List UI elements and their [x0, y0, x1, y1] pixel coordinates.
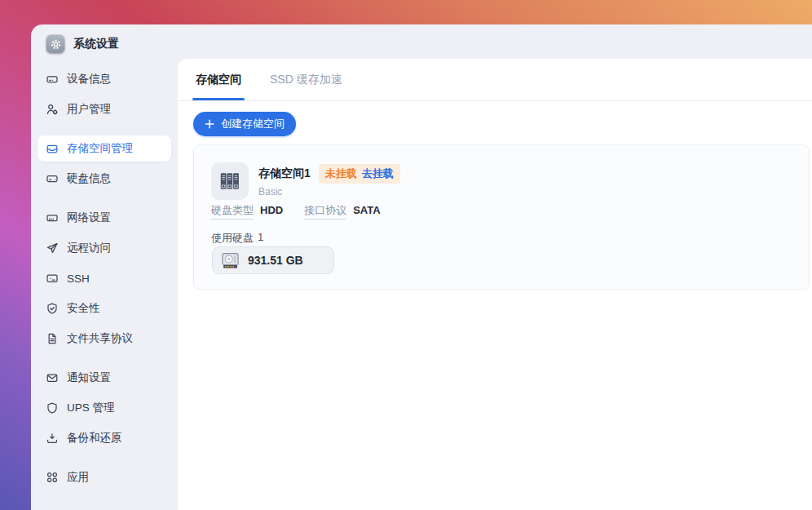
server-icon: [46, 73, 59, 86]
main-panel: 存储空间 SSD 缓存加速 创建存储空间: [178, 59, 812, 510]
sidebar: 系统设置 设备信息 用户管理: [31, 24, 178, 510]
spec-disk-type: 硬盘类型 HDD: [211, 203, 283, 220]
sidebar-item-disk-info[interactable]: 硬盘信息: [38, 166, 171, 192]
app-title: 系统设置: [73, 37, 119, 51]
storage-pool-card[interactable]: 存储空间1 未挂载 去挂载 Basic 硬盘类型 HDD 接口协议 SATA: [193, 144, 810, 290]
pool-specs: 硬盘类型 HDD 接口协议 SATA: [211, 203, 381, 220]
mount-status-badge: 未挂载 去挂载: [319, 164, 400, 184]
sidebar-item-apps[interactable]: 应用: [38, 464, 171, 490]
create-storage-button-label: 创建存储空间: [221, 117, 285, 131]
apps-grid-icon: [46, 471, 59, 484]
tab-bar: 存储空间 SSD 缓存加速: [178, 59, 812, 101]
sidebar-item-label: 远程访问: [67, 241, 111, 255]
download-tray-icon: [46, 432, 59, 445]
tab-label: 存储空间: [196, 73, 241, 87]
shield-check-icon: [46, 302, 59, 315]
sidebar-item-label: SSH: [67, 273, 90, 285]
create-storage-button[interactable]: 创建存储空间: [193, 112, 296, 136]
sidebar-item-security[interactable]: 安全性: [38, 295, 171, 322]
spec-value: SATA: [353, 204, 380, 216]
pool-raid-type: Basic: [258, 186, 282, 197]
desktop-background: 系统设置 设备信息 用户管理: [0, 0, 812, 510]
sidebar-item-device-info[interactable]: 设备信息: [38, 66, 171, 92]
sidebar-nav: 设备信息 用户管理 存储空间管理: [31, 57, 178, 490]
system-settings-window: 系统设置 设备信息 用户管理: [31, 24, 812, 510]
used-disks-count: 1: [258, 231, 263, 246]
document-icon: [46, 332, 59, 345]
sidebar-item-network-settings[interactable]: 网络设置: [38, 205, 171, 231]
sidebar-item-user-management[interactable]: 用户管理: [38, 96, 171, 122]
sidebar-item-label: 网络设置: [67, 211, 111, 225]
network-device-icon: [46, 211, 59, 224]
sidebar-item-label: 文件共享协议: [67, 331, 133, 346]
sidebar-item-ups-management[interactable]: UPS 管理: [38, 395, 171, 421]
sidebar-item-remote-access[interactable]: 远程访问: [38, 235, 171, 261]
mount-action-link[interactable]: 去挂载: [362, 166, 394, 181]
sidebar-item-label: 备份和还原: [67, 431, 122, 446]
tab-label: SSD 缓存加速: [270, 73, 342, 87]
sidebar-item-label: 存储空间管理: [67, 141, 133, 156]
tab-ssd-cache[interactable]: SSD 缓存加速: [270, 59, 342, 100]
sidebar-item-label: 安全性: [67, 301, 100, 316]
disk-chip[interactable]: 931.51 GB: [212, 246, 334, 274]
storage-inbox-icon: [46, 142, 59, 155]
used-disks-text: 使用硬盘: [211, 231, 254, 246]
pool-header: 存储空间1 未挂载 去挂载: [258, 164, 400, 184]
hdd-icon: [220, 251, 241, 271]
spec-interface: 接口协议 SATA: [304, 203, 380, 220]
app-header: 系统设置: [31, 24, 178, 57]
sidebar-item-ssh[interactable]: SSH: [38, 265, 171, 291]
shield-icon: [46, 401, 59, 415]
gear-icon: [46, 34, 65, 54]
envelope-icon: [46, 371, 59, 384]
disk-capacity: 931.51 GB: [248, 254, 303, 267]
hard-disk-icon: [46, 172, 59, 185]
sidebar-item-label: 硬盘信息: [67, 171, 111, 186]
tab-storage-space[interactable]: 存储空间: [196, 59, 241, 100]
sidebar-item-backup-restore[interactable]: 备份和还原: [38, 425, 171, 451]
spec-value: HDD: [260, 204, 283, 216]
sidebar-item-storage-management[interactable]: 存储空间管理: [38, 135, 171, 162]
sidebar-item-label: 用户管理: [67, 102, 111, 117]
sidebar-item-label: 设备信息: [67, 72, 111, 86]
plus-icon: [205, 119, 214, 129]
paper-plane-icon: [46, 242, 59, 255]
sidebar-item-label: 应用: [67, 470, 89, 485]
used-disks-label: 使用硬盘 1: [211, 231, 263, 246]
disk-array-icon: [211, 162, 249, 200]
spec-label: 硬盘类型: [211, 203, 254, 220]
pool-name: 存储空间1: [258, 166, 311, 181]
sidebar-item-notification-settings[interactable]: 通知设置: [38, 365, 171, 391]
sidebar-item-file-sharing[interactable]: 文件共享协议: [38, 326, 171, 352]
user-gear-icon: [46, 103, 59, 116]
sidebar-item-label: UPS 管理: [67, 401, 115, 415]
spec-label: 接口协议: [304, 203, 346, 220]
sidebar-item-label: 通知设置: [67, 370, 111, 385]
terminal-icon: [46, 272, 59, 285]
unmounted-status: 未挂载: [325, 166, 357, 181]
